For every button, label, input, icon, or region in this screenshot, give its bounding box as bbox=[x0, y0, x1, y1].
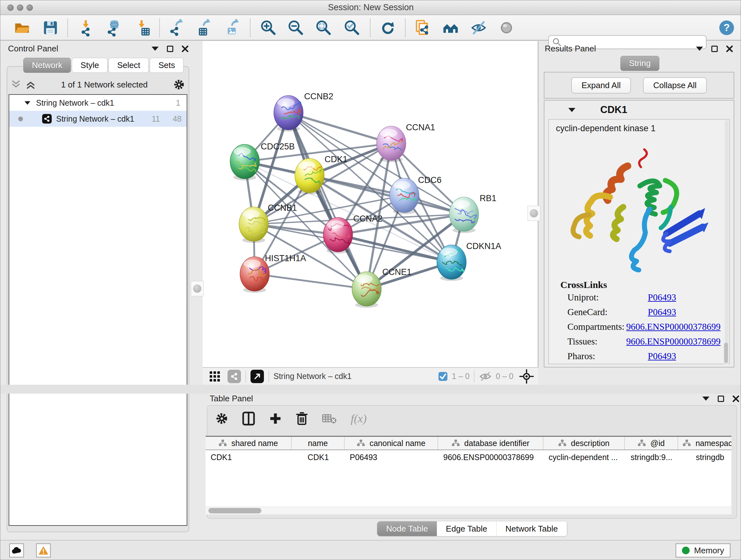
table-horizontal-scrollbar[interactable] bbox=[205, 507, 731, 514]
tab-edge-table[interactable]: Edge Table bbox=[437, 521, 496, 536]
node-label-ccne1: CCNE1 bbox=[382, 267, 412, 277]
collapse-panel-icon[interactable] bbox=[151, 47, 158, 51]
collection-name: String Network – cdk1 bbox=[36, 98, 114, 108]
grid-view-icon[interactable] bbox=[209, 371, 220, 382]
node-ccna1[interactable] bbox=[377, 126, 406, 162]
network-options-gear-icon[interactable] bbox=[173, 79, 185, 90]
left-divider-grip[interactable] bbox=[191, 281, 204, 296]
current-network-name: String Network – cdk1 bbox=[273, 372, 352, 381]
node-table[interactable]: shared namenamecanonical namedatabase id… bbox=[205, 436, 731, 507]
save-floppy-icon[interactable] bbox=[40, 17, 61, 38]
tab-string[interactable]: String bbox=[620, 56, 659, 71]
table-options-gear-icon[interactable] bbox=[215, 412, 228, 425]
crosslink-row: GeneCard: P06493 bbox=[567, 307, 721, 317]
zoom-in-icon[interactable] bbox=[258, 17, 279, 38]
tab-style[interactable]: Style bbox=[72, 58, 108, 73]
cloud-button[interactable] bbox=[9, 543, 24, 557]
node-label-ccnb1: CCNB1 bbox=[268, 203, 297, 212]
column-header-description[interactable]: description bbox=[543, 437, 625, 449]
node-cdkn1a[interactable] bbox=[437, 245, 466, 281]
delete-column-trash-icon[interactable] bbox=[296, 412, 308, 426]
collapse-table-icon[interactable] bbox=[702, 396, 710, 401]
column-header-canonical-name[interactable]: canonical name bbox=[345, 437, 438, 449]
column-header-name[interactable]: name bbox=[292, 437, 345, 449]
horizontal-divider[interactable] bbox=[0, 385, 741, 394]
fit-content-crosshair-icon[interactable] bbox=[519, 369, 534, 384]
crosslink-link[interactable]: 9606.ENSP00000378699 bbox=[626, 336, 721, 347]
houses-icon[interactable] bbox=[440, 17, 461, 38]
collapse-results-icon[interactable] bbox=[696, 47, 703, 51]
selected-checkbox-icon[interactable] bbox=[438, 371, 448, 381]
table-cell: CDK1 bbox=[292, 450, 345, 464]
export-image-icon[interactable] bbox=[221, 17, 242, 38]
float-panel-icon[interactable] bbox=[167, 46, 173, 52]
network-collection-row[interactable]: String Network – cdk1 1 bbox=[9, 95, 187, 111]
memory-button[interactable]: Memory bbox=[676, 543, 731, 557]
tab-sets[interactable]: Sets bbox=[150, 58, 184, 73]
collapse-all-button[interactable]: Collapse All bbox=[643, 77, 707, 94]
birdseye-view-icon[interactable] bbox=[251, 370, 264, 383]
node-ccnb2[interactable] bbox=[274, 96, 303, 132]
table-row[interactable]: CDK1CDK1P064939606.ENSP00000378699cyclin… bbox=[205, 450, 731, 464]
help-icon: ? bbox=[718, 19, 735, 36]
float-table-icon[interactable] bbox=[718, 395, 724, 402]
export-network-icon[interactable] bbox=[165, 17, 186, 38]
crosslink-link[interactable]: P06493 bbox=[648, 292, 676, 303]
zoom-fit-icon[interactable] bbox=[313, 17, 334, 38]
results-scrollbar[interactable] bbox=[725, 120, 729, 364]
export-table-icon[interactable] bbox=[192, 17, 213, 38]
tab-node-table[interactable]: Node Table bbox=[377, 521, 437, 536]
tab-network[interactable]: Network bbox=[23, 58, 71, 73]
edge-hist1h1a-ccne1[interactable] bbox=[255, 274, 367, 289]
eye-slash-icon[interactable] bbox=[468, 17, 489, 38]
open-folder-icon[interactable] bbox=[11, 17, 32, 38]
table-cell: CDK1 bbox=[205, 450, 292, 464]
close-results-icon[interactable] bbox=[726, 45, 733, 52]
network-selection-status: 1 of 1 Network selected bbox=[36, 80, 173, 90]
close-table-icon[interactable] bbox=[732, 395, 739, 402]
edge-ccnb2-ccna1[interactable] bbox=[288, 113, 391, 143]
float-results-icon[interactable] bbox=[711, 46, 718, 52]
crosslink-link[interactable]: P06493 bbox=[648, 351, 676, 361]
collapse-all-icon[interactable] bbox=[11, 80, 21, 89]
string-view-icon[interactable] bbox=[227, 370, 241, 383]
network-row-selected[interactable]: String Network – cdk1 11 48 bbox=[9, 111, 187, 127]
expand-all-icon[interactable] bbox=[26, 80, 36, 89]
right-divider-grip[interactable] bbox=[528, 206, 540, 221]
node-ccnb1[interactable] bbox=[239, 207, 268, 243]
create-column-plus-icon[interactable] bbox=[269, 412, 282, 425]
help-button[interactable]: ? bbox=[716, 17, 737, 38]
function-builder-icon: f(x) bbox=[351, 412, 367, 425]
table-cell: 9606.ENSP00000378699 bbox=[438, 450, 543, 464]
refresh-icon[interactable] bbox=[377, 17, 398, 38]
tab-select[interactable]: Select bbox=[109, 58, 149, 73]
tab-network-table[interactable]: Network Table bbox=[496, 521, 567, 536]
column-header-shared-name[interactable]: shared name bbox=[205, 437, 292, 449]
zoom-selected-icon[interactable] bbox=[341, 17, 362, 38]
column-header-namespace[interactable]: namespace bbox=[678, 437, 731, 449]
import-network-database-icon[interactable] bbox=[103, 17, 124, 38]
zoom-out-icon[interactable] bbox=[285, 17, 307, 38]
import-table-file-icon[interactable] bbox=[132, 17, 153, 38]
eye-sphere-icon[interactable] bbox=[496, 17, 517, 38]
crosslink-link[interactable]: P06493 bbox=[648, 307, 676, 317]
node-cdc25b[interactable] bbox=[230, 144, 259, 180]
warnings-button[interactable] bbox=[36, 543, 51, 557]
import-network-file-icon[interactable] bbox=[76, 17, 97, 38]
close-panel-icon[interactable] bbox=[182, 45, 189, 52]
crosslink-link[interactable]: 9606.ENSP00000378699 bbox=[626, 321, 721, 332]
show-columns-icon[interactable] bbox=[242, 412, 255, 426]
tree-expander-icon[interactable] bbox=[24, 101, 30, 105]
network-canvas[interactable]: CCNB2 CCNA1 CDC25B CDK1 CDC6 RB1 CCNB1 bbox=[203, 41, 531, 367]
column-header-database-identifier[interactable]: database identifier bbox=[438, 437, 543, 449]
cloud-icon bbox=[11, 547, 22, 554]
node-ccne1[interactable] bbox=[352, 272, 381, 308]
expand-all-button[interactable]: Expand All bbox=[571, 77, 631, 94]
delete-table-icon bbox=[322, 413, 337, 424]
column-header--id[interactable]: @id bbox=[625, 437, 678, 449]
crosslink-row: Pharos: P06493 bbox=[567, 351, 721, 361]
copy-network-document-icon[interactable] bbox=[412, 17, 433, 38]
collapse-protein-icon[interactable] bbox=[568, 108, 576, 112]
titlebar: Session: New Session bbox=[0, 0, 741, 15]
node-rb1[interactable] bbox=[449, 197, 479, 233]
